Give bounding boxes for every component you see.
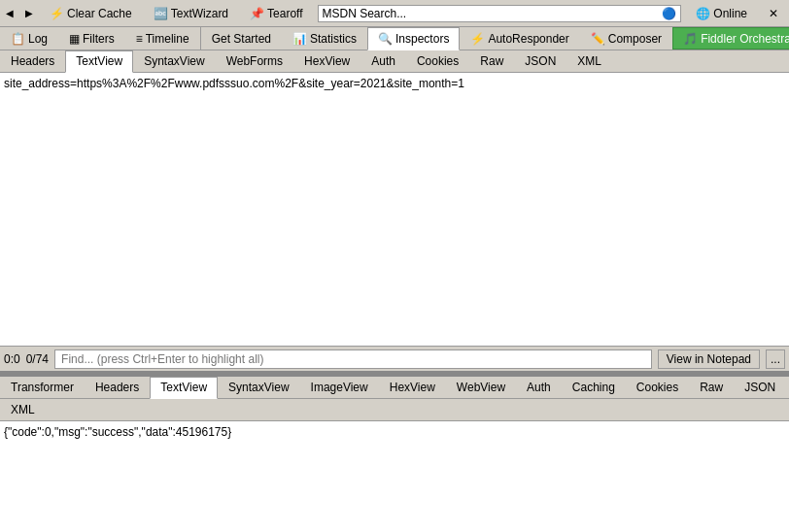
back-arrow[interactable]: ◀ <box>4 6 16 20</box>
filters-icon: ▦ <box>69 32 80 46</box>
inspectors-icon: 🔍 <box>378 32 393 46</box>
search-status-icon: 🔵 <box>662 7 676 20</box>
tearoff-icon: 📌 <box>250 7 264 20</box>
log-icon: 📋 <box>11 32 25 46</box>
online-icon: 🌐 <box>696 7 710 20</box>
top-tab-syntaxview[interactable]: SyntaxView <box>133 50 215 72</box>
top-tab-json[interactable]: JSON <box>514 50 566 72</box>
autoresponder-icon: ⚡ <box>470 32 485 46</box>
top-tab-textview[interactable]: TextView <box>65 50 133 73</box>
bottom-tab-webview[interactable]: WebView <box>446 377 516 398</box>
clear-cache-icon: ⚡ <box>50 7 64 20</box>
tab-filters[interactable]: ▦ Filters <box>58 27 125 50</box>
top-tab-raw[interactable]: Raw <box>469 50 514 72</box>
bottom-content-text: {"code":0,"msg":"success","data":4519617… <box>4 425 231 439</box>
bottom-tab-caching[interactable]: Caching <box>562 377 626 398</box>
tab-inspectors[interactable]: 🔍 Inspectors <box>367 27 460 50</box>
bottom-tab-json[interactable]: JSON <box>734 377 786 398</box>
tab-log[interactable]: 📋 Log <box>0 27 58 50</box>
bottom-tab-syntaxview[interactable]: SyntaxView <box>218 377 299 398</box>
top-tab-auth[interactable]: Auth <box>360 50 406 72</box>
top-tab-xml[interactable]: XML <box>566 50 612 72</box>
bottom-tab-hexview[interactable]: HexView <box>379 377 446 398</box>
more-options-button[interactable]: ... <box>766 349 785 369</box>
bottom-tab-textview[interactable]: TextView <box>150 377 218 399</box>
tab-timeline[interactable]: ≡ Timeline <box>125 27 200 50</box>
bottom-tab-imageview[interactable]: ImageView <box>300 377 379 398</box>
bottom-tab-xml[interactable]: XML <box>0 399 46 420</box>
text-wizard-icon: 🔤 <box>154 7 168 20</box>
top-tab-strip: 📋 Log ▦ Filters ≡ Timeline Get Started 📊… <box>0 27 789 50</box>
toolbar: ◀ ▶ ⚡ Clear Cache 🔤 TextWizard 📌 Tearoff… <box>0 0 789 27</box>
bottom-inspector-tabs: TransformerHeadersTextViewSyntaxViewImag… <box>0 377 789 399</box>
top-tab-headers[interactable]: Headers <box>0 50 65 72</box>
bottom-tab-transformer[interactable]: Transformer <box>0 377 85 398</box>
bottom-tab-auth[interactable]: Auth <box>516 377 562 398</box>
msdn-search-input[interactable] <box>323 7 663 20</box>
tab-fiddler-orchestra[interactable]: 🎵 Fiddler Orchestra Beta <box>672 27 789 50</box>
top-tab-hexview[interactable]: HexView <box>293 50 360 72</box>
tab-autoresponder[interactable]: ⚡ AutoResponder <box>460 27 579 50</box>
bottom-tab-headers[interactable]: Headers <box>85 377 150 398</box>
main-area: HeadersTextViewSyntaxViewWebFormsHexView… <box>0 50 789 532</box>
top-inspector-tabs: HeadersTextViewSyntaxViewWebFormsHexView… <box>0 50 789 73</box>
online-button[interactable]: 🌐 Online <box>689 4 754 23</box>
bottom-tab-raw[interactable]: Raw <box>689 377 734 398</box>
status-bar: 0:0 0/74 View in Notepad ... <box>0 346 789 371</box>
timeline-icon: ≡ <box>136 32 143 46</box>
bottom-content-area: {"code":0,"msg":"success","data":4519617… <box>0 421 789 532</box>
clear-cache-button[interactable]: ⚡ Clear Cache <box>43 4 139 23</box>
bottom-tab-cookies[interactable]: Cookies <box>626 377 689 398</box>
close-button[interactable]: ✕ <box>762 4 785 23</box>
composer-icon: ✏️ <box>591 32 605 46</box>
top-pane: HeadersTextViewSyntaxViewWebFormsHexView… <box>0 50 789 373</box>
text-wizard-button[interactable]: 🔤 TextWizard <box>147 4 235 23</box>
top-tab-webforms[interactable]: WebForms <box>216 50 293 72</box>
top-content-area: site_address=https%3A%2F%2Fwww.pdfsssuo.… <box>0 73 789 346</box>
tab-get-started[interactable]: Get Started <box>201 27 282 50</box>
match-count: 0/74 <box>26 352 49 366</box>
tab-statistics[interactable]: 📊 Statistics <box>282 27 367 50</box>
forward-arrow[interactable]: ▶ <box>23 6 35 20</box>
view-notepad-button[interactable]: View in Notepad <box>658 349 760 369</box>
statistics-icon: 📊 <box>292 32 307 46</box>
top-tab-cookies[interactable]: Cookies <box>406 50 469 72</box>
top-content-text: site_address=https%3A%2F%2Fwww.pdfsssuo.… <box>4 77 464 90</box>
tab-composer[interactable]: ✏️ Composer <box>580 27 672 50</box>
find-input[interactable] <box>54 349 652 369</box>
bottom-pane: TransformerHeadersTextViewSyntaxViewImag… <box>0 377 789 532</box>
fiddler-orchestra-icon: 🎵 <box>683 32 698 46</box>
tearoff-button[interactable]: 📌 Tearoff <box>243 4 309 23</box>
msdn-search-box[interactable]: 🔵 <box>318 5 682 22</box>
cursor-position: 0:0 <box>4 352 20 366</box>
